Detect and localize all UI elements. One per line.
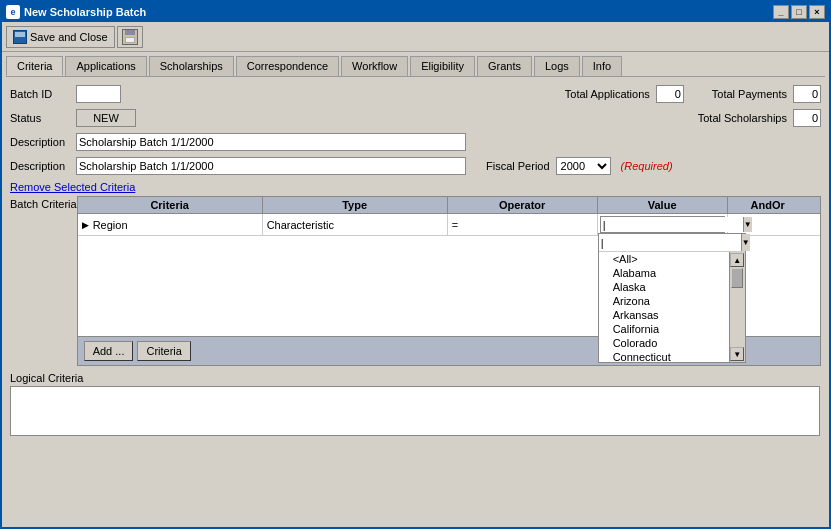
tab-workflow[interactable]: Workflow: [341, 56, 408, 76]
status-row: Status Total Scholarships 0: [10, 109, 821, 127]
col-header-value: Value: [598, 197, 728, 213]
tab-applications[interactable]: Applications: [65, 56, 146, 76]
remove-criteria-link[interactable]: Remove Selected Criteria: [10, 181, 821, 193]
batch-info-row: Batch ID Total Applications 0 Total Paym…: [10, 85, 821, 103]
total-payments-label: Total Payments: [712, 88, 787, 100]
col-header-criteria: Criteria: [78, 197, 263, 213]
description-row2: Description Fiscal Period 2000 (Required…: [10, 157, 821, 175]
window-title: New Scholarship Batch: [24, 6, 773, 18]
dropdown-list-container: <All> Alabama Alaska Arizona Arkansas Ca…: [599, 252, 745, 362]
tab-correspondence[interactable]: Correspondence: [236, 56, 339, 76]
main-content: Batch ID Total Applications 0 Total Paym…: [2, 77, 829, 446]
table-row: ▶ Region Characteristic = ▼: [78, 214, 820, 236]
description-input1[interactable]: [76, 133, 466, 151]
value-dropdown-popup: ▼ <All> Alabama Alaska Arizona Arkansas …: [598, 233, 746, 363]
required-text: (Required): [621, 160, 673, 172]
criteria-cell: ▶ Region: [78, 214, 263, 235]
col-header-operator: Operator: [448, 197, 598, 213]
save-button[interactable]: [117, 26, 143, 48]
value-cell: ▼ ▼ <All> Alabama: [598, 214, 728, 235]
scroll-thumb[interactable]: [731, 268, 743, 288]
scroll-down-btn[interactable]: ▼: [730, 347, 744, 361]
status-input: [76, 109, 136, 127]
batch-id-input[interactable]: [76, 85, 121, 103]
logical-criteria-section: Logical Criteria: [10, 372, 821, 438]
title-bar: e New Scholarship Batch _ □ ×: [2, 2, 829, 22]
value-input[interactable]: [601, 217, 743, 232]
description-label1: Description: [10, 136, 70, 148]
main-window: e New Scholarship Batch _ □ × Save and C…: [0, 0, 831, 529]
save-icon: [13, 30, 27, 44]
operator-cell: =: [448, 214, 598, 235]
description-input2[interactable]: [76, 157, 466, 175]
scroll-track: [730, 268, 745, 346]
dropdown-search-input[interactable]: [599, 234, 741, 251]
tab-criteria[interactable]: Criteria: [6, 56, 63, 76]
batch-id-label: Batch ID: [10, 88, 70, 100]
col-header-andor: AndOr: [728, 197, 808, 213]
maximize-button[interactable]: □: [791, 5, 807, 19]
value-dropdown-arrow[interactable]: ▼: [743, 217, 752, 232]
minimize-button[interactable]: _: [773, 5, 789, 19]
description-label2: Description: [10, 160, 70, 172]
tab-logs[interactable]: Logs: [534, 56, 580, 76]
tab-grants[interactable]: Grants: [477, 56, 532, 76]
save-close-button[interactable]: Save and Close: [6, 26, 115, 48]
close-button[interactable]: ×: [809, 5, 825, 19]
batch-criteria-label: Batch Criteria: [10, 198, 77, 210]
logical-criteria-textarea[interactable]: [10, 386, 820, 436]
total-payments-value: 0: [793, 85, 821, 103]
save-close-label: Save and Close: [30, 31, 108, 43]
tab-info[interactable]: Info: [582, 56, 622, 76]
tab-bar: Criteria Applications Scholarships Corre…: [2, 52, 829, 76]
type-value: Characteristic: [267, 219, 334, 231]
add-button[interactable]: Add ...: [84, 341, 134, 361]
total-scholarships-value: 0: [793, 109, 821, 127]
status-label: Status: [10, 112, 70, 124]
value-dropdown-control[interactable]: ▼: [600, 216, 725, 233]
total-applications-label: Total Applications: [565, 88, 650, 100]
description-row1: Description: [10, 133, 821, 151]
dropdown-arrow-btn[interactable]: ▼: [741, 234, 750, 251]
disk-icon: [122, 29, 138, 45]
logical-criteria-label: Logical Criteria: [10, 372, 821, 384]
dropdown-item-colorado[interactable]: Colorado: [599, 336, 729, 350]
row-arrow-icon: ▶: [82, 220, 89, 230]
criteria-table-header: Criteria Type Operator Value AndOr: [78, 197, 820, 214]
dropdown-items-list: <All> Alabama Alaska Arizona Arkansas Ca…: [599, 252, 729, 362]
dropdown-item-arkansas[interactable]: Arkansas: [599, 308, 729, 322]
dropdown-item-california[interactable]: California: [599, 322, 729, 336]
toolbar: Save and Close: [2, 22, 829, 52]
batch-criteria-label-container: Batch Criteria: [10, 196, 77, 210]
dropdown-item-connecticut[interactable]: Connecticut: [599, 350, 729, 362]
criteria-table: Criteria Type Operator Value AndOr ▶ Reg…: [77, 196, 821, 366]
window-controls: _ □ ×: [773, 5, 825, 19]
app-icon: e: [6, 5, 20, 19]
fiscal-period-select[interactable]: 2000: [556, 157, 611, 175]
tab-scholarships[interactable]: Scholarships: [149, 56, 234, 76]
criteria-section: Batch Criteria Criteria Type Operator Va…: [10, 196, 821, 366]
total-applications-value: 0: [656, 85, 684, 103]
col-header-type: Type: [263, 197, 448, 213]
dropdown-item-all[interactable]: <All>: [599, 252, 729, 266]
dropdown-item-alabama[interactable]: Alabama: [599, 266, 729, 280]
dropdown-scrollbar: ▲ ▼: [729, 252, 745, 362]
operator-value: =: [452, 219, 458, 231]
tab-eligibility[interactable]: Eligibility: [410, 56, 475, 76]
dropdown-item-alaska[interactable]: Alaska: [599, 280, 729, 294]
scroll-up-btn[interactable]: ▲: [730, 253, 744, 267]
dropdown-item-arizona[interactable]: Arizona: [599, 294, 729, 308]
type-cell: Characteristic: [263, 214, 448, 235]
criteria-button[interactable]: Criteria: [137, 341, 190, 361]
total-scholarships-label: Total Scholarships: [698, 112, 787, 124]
fiscal-period-label: Fiscal Period: [486, 160, 550, 172]
dropdown-input-row: ▼: [599, 234, 745, 252]
criteria-value: Region: [93, 219, 128, 231]
